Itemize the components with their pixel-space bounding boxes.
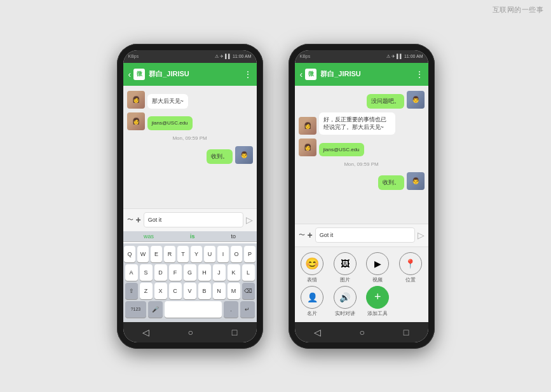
media-item-add[interactable]: + 添加工具 xyxy=(363,286,393,317)
media-item-video[interactable]: ▶ 视频 xyxy=(363,252,393,283)
kb-row-3: ⇧ Z X C V B N M ⌫ xyxy=(125,283,255,299)
key-shift[interactable]: ⇧ xyxy=(125,283,138,299)
phones-container: KBps ⚠ ✈ ▌▌ 11:00 AM ‹ 微 群白_JIRISU ⋮ 👩 那… xyxy=(0,0,551,392)
bubble-sent-1: 没问题吧。 xyxy=(367,94,404,109)
key-w[interactable]: W xyxy=(137,246,149,262)
back-icon-right[interactable]: ‹ xyxy=(300,69,303,79)
key-y[interactable]: Y xyxy=(191,246,202,262)
photo-label: 图片 xyxy=(340,276,350,283)
key-v[interactable]: V xyxy=(184,283,196,299)
input-field-left[interactable]: Got it xyxy=(144,212,243,227)
input-field-right[interactable]: Got it xyxy=(315,227,415,243)
key-f[interactable]: F xyxy=(169,264,182,281)
media-item-photo[interactable]: 🖼 图片 xyxy=(330,252,360,283)
key-m[interactable]: M xyxy=(228,283,240,299)
phone-right: KBps ⚠ ✈ ▌▌ 11:00 AM ‹ 微 群白_JIRISU ⋮ 👨 没… xyxy=(289,44,435,349)
key-c[interactable]: C xyxy=(169,283,182,299)
key-o[interactable]: O xyxy=(231,246,242,262)
more-icon-left[interactable]: ⋮ xyxy=(243,69,252,79)
plus-icon-left[interactable]: + xyxy=(136,215,141,225)
back-icon-left[interactable]: ‹ xyxy=(128,69,132,79)
wave-icon-right[interactable]: 〜 xyxy=(299,231,305,240)
nav-recent-left[interactable]: □ xyxy=(232,327,237,337)
key-mic[interactable]: 🎤 xyxy=(148,301,163,318)
avatar-left-r1: 👩 xyxy=(299,117,316,135)
key-x[interactable]: X xyxy=(154,283,167,299)
suggestion-to[interactable]: to xyxy=(231,233,236,240)
key-l[interactable]: L xyxy=(242,264,255,281)
msg-row: 👩 jians@USC.edu xyxy=(127,112,253,130)
nav-home-left[interactable]: ○ xyxy=(188,327,193,337)
key-enter[interactable]: ↵ xyxy=(240,301,255,318)
key-b[interactable]: B xyxy=(198,283,211,299)
media-item-location[interactable]: 📍 位置 xyxy=(395,252,426,283)
msg-row-sent-2: 👨 收到。 xyxy=(299,172,425,190)
msg-row-sent-1: 👨 没问题吧。 xyxy=(299,91,425,109)
word-suggestions-left: was is to xyxy=(123,231,257,242)
walkie-icon: 🔊 xyxy=(339,292,350,302)
avatar-left-r2: 👩 xyxy=(299,139,316,156)
status-right-left: ⚠ ✈ ▌▌ 11:00 AM xyxy=(215,54,251,59)
key-z[interactable]: Z xyxy=(140,283,153,299)
key-g[interactable]: G xyxy=(184,264,196,281)
key-space[interactable] xyxy=(165,301,222,318)
chat-area-right: 👨 没问题吧。 👩 好，反正重要的事情也已经说完了。那大后天见~ 👩 jians… xyxy=(295,86,428,224)
timestamp-right: Mon, 09:59 PM xyxy=(299,161,425,167)
walkie-label: 实时对讲 xyxy=(335,310,355,317)
key-d[interactable]: D xyxy=(154,264,167,281)
key-t[interactable]: T xyxy=(177,246,189,262)
msg-row-right: 👨 收到。 xyxy=(127,146,253,164)
wave-icon-left[interactable]: 〜 xyxy=(127,215,133,224)
location-label: 位置 xyxy=(405,276,416,283)
add-icon-circle: + xyxy=(366,286,389,309)
bubble-email-right: jians@USC.edu xyxy=(319,143,364,156)
key-num[interactable]: ?123 xyxy=(125,301,147,318)
kb-row-1: Q W E R T Y U I O P xyxy=(125,246,255,262)
key-n[interactable]: N xyxy=(213,283,226,299)
status-bar-left: KBps ⚠ ✈ ▌▌ 11:00 AM xyxy=(123,50,257,63)
nav-bar-right: ◁ ○ □ xyxy=(295,322,428,342)
media-item-emoji[interactable]: 😊 表情 xyxy=(297,252,328,283)
key-j[interactable]: J xyxy=(213,264,226,281)
key-p[interactable]: P xyxy=(244,246,255,262)
key-a[interactable]: A xyxy=(125,264,138,281)
media-item-walkie[interactable]: 🔊 实时对讲 xyxy=(330,286,360,317)
send-icon-left[interactable]: ▷ xyxy=(246,215,253,225)
kb-row-2: A S D F G H J K L xyxy=(125,264,255,281)
plus-icon-right[interactable]: + xyxy=(308,230,313,240)
nav-recent-right[interactable]: □ xyxy=(404,327,409,337)
key-i[interactable]: I xyxy=(217,246,229,262)
bubble-sent-2: 收到。 xyxy=(378,175,404,190)
avatar-right-left: 👨 xyxy=(235,146,253,164)
nav-back-right[interactable]: ◁ xyxy=(314,327,321,337)
bubble-email-left: jians@USC.edu xyxy=(147,116,193,130)
media-item-card[interactable]: 👤 名片 xyxy=(297,286,328,317)
status-right-right: ⚠ ✈ ▌▌ 11:00 AM xyxy=(386,54,423,59)
emoji-icon-circle: 😊 xyxy=(301,252,323,275)
emoji-icon: 😊 xyxy=(305,257,319,271)
key-k[interactable]: K xyxy=(228,264,240,281)
send-icon-right[interactable]: ▷ xyxy=(418,230,425,240)
bubble-received: 那大后天见~ xyxy=(147,94,188,109)
more-icon-right[interactable]: ⋮ xyxy=(415,69,423,79)
msg-row-recv-1: 👩 好，反正重要的事情也已经说完了。那大后天见~ xyxy=(299,112,425,135)
video-icon-circle: ▶ xyxy=(366,252,389,275)
titlebar-left: ‹ 微 群白_JIRISU ⋮ xyxy=(123,63,257,86)
location-icon-circle: 📍 xyxy=(399,252,422,275)
key-backspace[interactable]: ⌫ xyxy=(242,283,255,299)
key-h[interactable]: H xyxy=(198,264,211,281)
key-r[interactable]: R xyxy=(164,246,175,262)
nav-home-right[interactable]: ○ xyxy=(360,327,365,337)
key-s[interactable]: S xyxy=(140,264,153,281)
key-q[interactable]: Q xyxy=(124,246,135,262)
key-e[interactable]: E xyxy=(151,246,162,262)
suggestion-is[interactable]: is xyxy=(190,233,195,240)
key-u[interactable]: U xyxy=(204,246,215,262)
nav-back-left[interactable]: ◁ xyxy=(142,327,149,337)
key-period[interactable]: . xyxy=(224,301,238,318)
suggestion-was[interactable]: was xyxy=(144,233,154,240)
watermark: 互联网的一些事 xyxy=(493,5,544,15)
emoji-label: 表情 xyxy=(307,276,317,283)
media-grid: 😊 表情 🖼 图片 ▶ 视频 xyxy=(297,252,426,317)
keyboard-left: Q W E R T Y U I O P A S D F G H xyxy=(123,243,257,322)
